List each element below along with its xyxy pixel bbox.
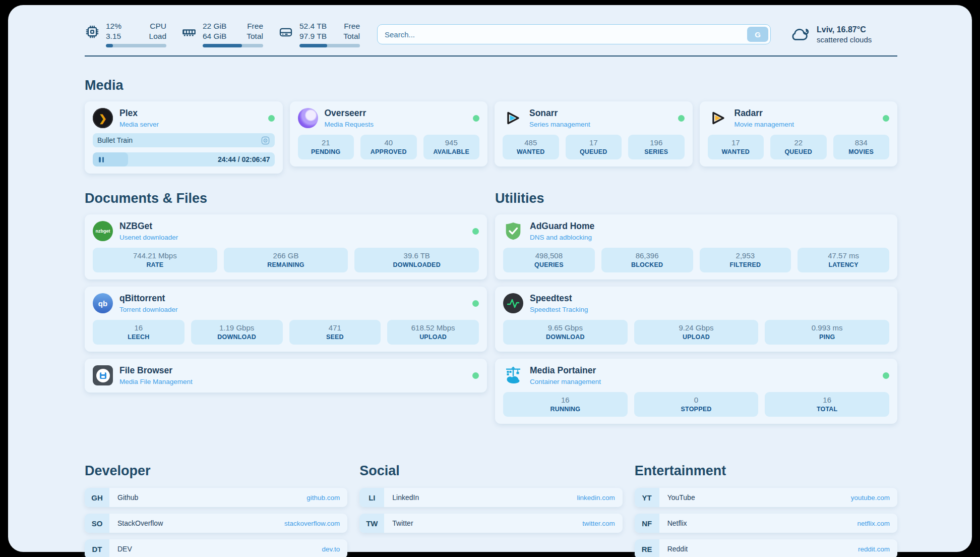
status-dot bbox=[678, 115, 685, 122]
app-card-portainer[interactable]: Media Portainer Container management 16 … bbox=[495, 359, 897, 424]
cpu-icon bbox=[85, 24, 100, 39]
status-dot bbox=[472, 300, 479, 307]
disk-icon bbox=[278, 24, 293, 39]
filebrowser-icon bbox=[93, 365, 113, 385]
status-dot bbox=[268, 115, 275, 122]
bookmark-url[interactable]: stackoverflow.com bbox=[284, 520, 340, 527]
ram-icon bbox=[181, 24, 197, 39]
stat-wanted: 485 WANTED bbox=[503, 135, 559, 159]
stat-label: BLOCKED bbox=[603, 261, 691, 268]
stat-upload: 618.52 Mbps UPLOAD bbox=[387, 320, 479, 345]
stat-value: 39.6 TB bbox=[356, 251, 477, 260]
bookmark-name: DEV bbox=[117, 545, 132, 553]
speedtest-icon bbox=[503, 293, 523, 313]
app-name[interactable]: Radarr bbox=[734, 108, 794, 118]
stat-download: 9.65 Gbps DOWNLOAD bbox=[503, 320, 628, 345]
bookmark-reddit[interactable]: RE Reddit reddit.com bbox=[635, 539, 897, 557]
disk-free-label: Free bbox=[343, 21, 360, 31]
bookmark-url[interactable]: youtube.com bbox=[851, 494, 890, 502]
app-name[interactable]: AdGuard Home bbox=[530, 221, 594, 231]
bookmark-netflix[interactable]: NF Netflix netflix.com bbox=[635, 514, 897, 533]
search-bar: G bbox=[377, 24, 771, 44]
app-card-qbittorrent[interactable]: qb qBittorrent Torrent downloader 16 LEE… bbox=[85, 287, 487, 352]
bookmark-name: YouTube bbox=[667, 493, 695, 502]
stat-value: 196 bbox=[630, 138, 683, 147]
bookmark-linkedin[interactable]: LI LinkedIn linkedin.com bbox=[359, 488, 622, 507]
section-title-documents: Documents & Files bbox=[85, 191, 487, 206]
radarr-icon bbox=[708, 108, 728, 128]
bookmark-url[interactable]: linkedin.com bbox=[577, 494, 615, 502]
stat-leech: 16 LEECH bbox=[93, 320, 185, 345]
stat-download: 1.19 Gbps DOWNLOAD bbox=[191, 320, 283, 345]
disk-total-label: Total bbox=[343, 31, 360, 41]
stat-label: AVAILABLE bbox=[425, 148, 478, 155]
section-title-social: Social bbox=[359, 463, 622, 479]
cpu-usage-value: 12% bbox=[106, 21, 121, 31]
status-dot bbox=[883, 372, 889, 379]
app-card-plex[interactable]: ❯ Plex Media server Bullet Train 24:44 /… bbox=[85, 101, 283, 174]
bookmark-abbr: LI bbox=[359, 488, 384, 507]
bookmark-twitter[interactable]: TW Twitter twitter.com bbox=[359, 514, 622, 533]
stat-value: 0 bbox=[636, 396, 757, 404]
app-card-radarr[interactable]: Radarr Movie management 17 WANTED 22 QUE… bbox=[700, 101, 898, 166]
stat-downloaded: 39.6 TB DOWNLOADED bbox=[354, 248, 479, 272]
ram-free-value: 22 GiB bbox=[203, 21, 226, 31]
sonarr-icon bbox=[503, 108, 523, 128]
app-desc: Media server bbox=[119, 121, 159, 129]
header-divider bbox=[85, 55, 897, 57]
app-card-overseerr[interactable]: Overseerr Media Requests 21 PENDING 40 A… bbox=[290, 101, 488, 166]
bookmark-url[interactable]: dev.to bbox=[322, 545, 340, 553]
stat-label: APPROVED bbox=[362, 148, 415, 155]
now-playing-icon bbox=[261, 136, 270, 145]
stat-approved: 40 APPROVED bbox=[360, 135, 417, 159]
stat-value: 2,953 bbox=[702, 251, 789, 260]
app-card-sonarr[interactable]: Sonarr Series management 485 WANTED 17 Q… bbox=[495, 101, 693, 166]
stat-label: DOWNLOAD bbox=[505, 333, 626, 341]
search-engine-button[interactable]: G bbox=[747, 27, 768, 42]
app-desc: Media Requests bbox=[325, 121, 374, 129]
now-playing-row: Bullet Train bbox=[93, 133, 275, 147]
ram-free-label: Free bbox=[247, 21, 263, 31]
stat-value: 17 bbox=[710, 138, 762, 147]
portainer-icon bbox=[503, 365, 523, 385]
stat-series: 196 SERIES bbox=[628, 135, 685, 159]
documents-column: Documents & Files nzbget NZBGet Usenet d… bbox=[85, 191, 487, 400]
bookmark-youtube[interactable]: YT YouTube youtube.com bbox=[635, 488, 897, 507]
nzbget-icon: nzbget bbox=[93, 221, 113, 241]
app-name[interactable]: Speedtest bbox=[530, 293, 588, 303]
bookmark-stackoverflow[interactable]: SO StackOverflow stackoverflow.com bbox=[85, 514, 347, 533]
bookmark-url[interactable]: netflix.com bbox=[857, 520, 890, 527]
bookmark-url[interactable]: twitter.com bbox=[582, 520, 615, 527]
app-card-speedtest[interactable]: Speedtest Speedtest Tracking 9.65 Gbps D… bbox=[495, 287, 897, 352]
stat-value: 40 bbox=[362, 138, 415, 147]
app-name[interactable]: File Browser bbox=[119, 365, 193, 375]
app-card-filebrowser[interactable]: File Browser Media File Management bbox=[85, 359, 487, 393]
search-input[interactable] bbox=[377, 24, 771, 44]
stat-rate: 744.21 Mbps RATE bbox=[93, 248, 217, 272]
stat-stopped: 0 STOPPED bbox=[634, 392, 759, 417]
app-name[interactable]: qBittorrent bbox=[119, 293, 178, 303]
stat-seed: 471 SEED bbox=[289, 320, 381, 345]
bookmark-abbr: RE bbox=[635, 539, 659, 557]
stat-value: 834 bbox=[835, 138, 888, 147]
stat-value: 945 bbox=[425, 138, 478, 147]
stat-label: PENDING bbox=[300, 148, 352, 155]
section-title-entertainment: Entertainment bbox=[635, 463, 897, 479]
stat-label: REMAINING bbox=[226, 261, 346, 268]
bookmark-url[interactable]: reddit.com bbox=[858, 545, 890, 553]
app-name[interactable]: Sonarr bbox=[529, 108, 590, 118]
app-name[interactable]: Plex bbox=[119, 108, 159, 118]
app-name[interactable]: NZBGet bbox=[119, 221, 178, 231]
stat-value: 21 bbox=[300, 138, 352, 147]
pause-icon[interactable] bbox=[99, 157, 104, 162]
stat-label: STOPPED bbox=[636, 406, 757, 413]
bookmark-dev[interactable]: DT DEV dev.to bbox=[85, 539, 347, 557]
app-name[interactable]: Overseerr bbox=[325, 108, 374, 118]
app-name[interactable]: Media Portainer bbox=[530, 365, 601, 375]
stat-value: 9.65 Gbps bbox=[505, 323, 626, 332]
bookmark-url[interactable]: github.com bbox=[307, 494, 340, 502]
bookmark-github[interactable]: GH Github github.com bbox=[85, 488, 347, 507]
media-grid: ❯ Plex Media server Bullet Train 24:44 /… bbox=[85, 101, 897, 174]
app-card-adguard[interactable]: AdGuard Home DNS and adblocking 498,508 … bbox=[495, 214, 897, 280]
app-card-nzbget[interactable]: nzbget NZBGet Usenet downloader 744.21 M… bbox=[85, 214, 487, 280]
